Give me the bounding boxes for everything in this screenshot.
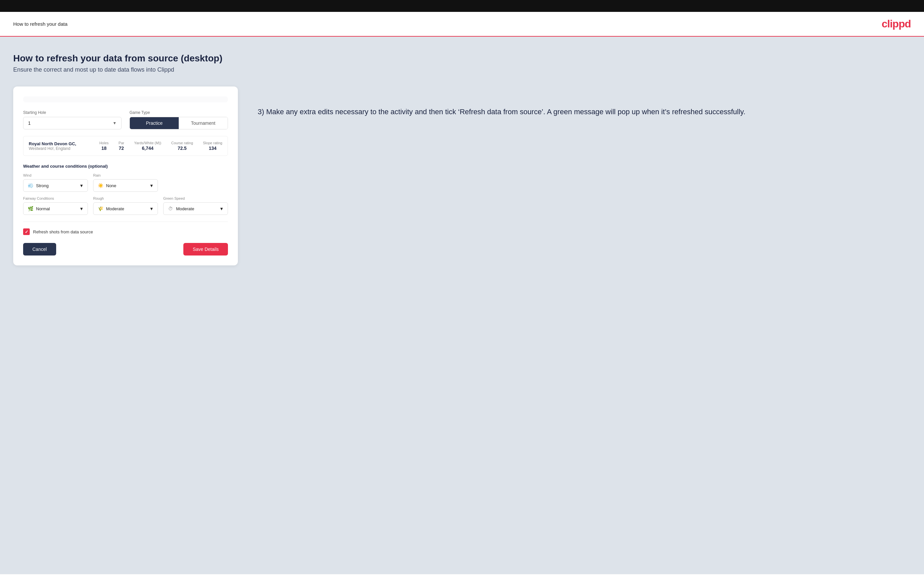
starting-hole-value: 1 [28, 121, 31, 126]
description-panel: 3) Make any extra edits necessary to the… [258, 87, 911, 117]
stat-par: Par 72 [119, 141, 124, 151]
content-area: Starting Hole 1 ▼ Game Type Practice Tou… [13, 87, 911, 265]
game-type-label: Game Type [129, 110, 228, 115]
yards-value: 6,744 [134, 145, 161, 151]
slope-rating-value: 134 [203, 145, 222, 151]
stat-slope-rating: Slope rating 134 [203, 141, 222, 151]
rain-select-left: ☀️ None [97, 182, 116, 189]
par-value: 72 [119, 145, 124, 151]
header: How to refresh your data clippd [0, 12, 924, 37]
starting-hole-group: Starting Hole 1 ▼ [23, 110, 121, 129]
green-speed-select-left: ⏱ Moderate [168, 206, 194, 211]
rain-select[interactable]: ☀️ None ▼ [93, 179, 158, 192]
course-location: Westward Ho!, England [29, 146, 99, 151]
game-type-buttons: Practice Tournament [129, 117, 228, 129]
fairway-icon: 🌿 [27, 206, 33, 211]
top-bar [0, 0, 924, 12]
fairway-label: Fairway Conditions [23, 197, 88, 200]
refresh-label: Refresh shots from data source [33, 229, 93, 234]
course-rating-value: 72.5 [171, 145, 193, 151]
save-button[interactable]: Save Details [183, 243, 228, 256]
slope-rating-label: Slope rating [203, 141, 222, 145]
stat-yards: Yards/White (M)) 6,744 [134, 141, 161, 151]
footer: Copyright Clippd 2022 [0, 574, 924, 577]
wind-select-left: 💨 Strong [27, 182, 48, 189]
green-speed-label: Green Speed [163, 197, 228, 200]
rain-field: Rain ☀️ None ▼ [93, 173, 158, 192]
par-label: Par [119, 141, 124, 145]
rough-value: Moderate [106, 206, 124, 211]
fairway-chevron: ▼ [79, 206, 84, 211]
form-panel: Starting Hole 1 ▼ Game Type Practice Tou… [13, 87, 238, 265]
rough-field: Rough 🌾 Moderate ▼ [93, 197, 158, 215]
rough-icon: 🌾 [97, 206, 103, 211]
page-subheading: Ensure the correct and most up to date d… [13, 66, 911, 73]
holes-label: Holes [99, 141, 109, 145]
course-row: Royal North Devon GC, Westward Ho!, Engl… [23, 136, 228, 156]
top-fields-row: Starting Hole 1 ▼ Game Type Practice Tou… [23, 110, 228, 129]
empty-slot [163, 173, 228, 192]
green-speed-value: Moderate [176, 206, 194, 211]
main-content: How to refresh your data from source (de… [0, 37, 924, 574]
divider [23, 221, 228, 222]
wind-chevron: ▼ [79, 183, 84, 188]
form-panel-top-placeholder [23, 97, 228, 102]
rough-label: Rough [93, 197, 158, 200]
header-title: How to refresh your data [13, 21, 68, 27]
cancel-button[interactable]: Cancel [23, 243, 56, 256]
button-row: Cancel Save Details [23, 243, 228, 256]
fairway-field: Fairway Conditions 🌿 Normal ▼ [23, 197, 88, 215]
wind-icon: 💨 [27, 182, 33, 189]
refresh-row: Refresh shots from data source [23, 229, 228, 235]
starting-hole-chevron: ▼ [113, 121, 116, 126]
green-speed-field: Green Speed ⏱ Moderate ▼ [163, 197, 228, 215]
page-heading: How to refresh your data from source (de… [13, 53, 911, 64]
course-name: Royal North Devon GC, [29, 141, 99, 146]
fairway-rough-green-row: Fairway Conditions 🌿 Normal ▼ Rough 🌾 [23, 197, 228, 215]
green-speed-select[interactable]: ⏱ Moderate ▼ [163, 202, 228, 215]
game-type-group: Game Type Practice Tournament [129, 110, 228, 129]
rough-select[interactable]: 🌾 Moderate ▼ [93, 202, 158, 215]
starting-hole-label: Starting Hole [23, 110, 121, 115]
rain-icon: ☀️ [97, 182, 103, 189]
wind-value: Strong [36, 183, 48, 188]
course-info: Royal North Devon GC, Westward Ho!, Engl… [29, 141, 99, 151]
description-text: 3) Make any extra edits necessary to the… [258, 106, 911, 117]
stat-holes: Holes 18 [99, 141, 109, 151]
rain-value: None [106, 183, 116, 188]
fairway-select-left: 🌿 Normal [27, 206, 50, 211]
rain-label: Rain [93, 173, 158, 177]
rain-chevron: ▼ [149, 183, 153, 188]
course-rating-label: Course rating [171, 141, 193, 145]
rough-chevron: ▼ [149, 206, 153, 211]
starting-hole-select[interactable]: 1 ▼ [23, 117, 121, 129]
wind-select[interactable]: 💨 Strong ▼ [23, 179, 88, 192]
yards-label: Yards/White (M)) [134, 141, 161, 145]
wind-label: Wind [23, 173, 88, 177]
tournament-button[interactable]: Tournament [179, 117, 228, 129]
rough-select-left: 🌾 Moderate [97, 206, 124, 211]
holes-value: 18 [99, 145, 109, 151]
refresh-checkbox[interactable] [23, 229, 30, 235]
fairway-select[interactable]: 🌿 Normal ▼ [23, 202, 88, 215]
logo: clippd [882, 18, 911, 30]
fairway-value: Normal [36, 206, 50, 211]
wind-rain-row: Wind 💨 Strong ▼ Rain ☀️ None [23, 173, 228, 192]
wind-field: Wind 💨 Strong ▼ [23, 173, 88, 192]
practice-button[interactable]: Practice [130, 117, 179, 129]
green-speed-chevron: ▼ [220, 206, 224, 211]
stat-course-rating: Course rating 72.5 [171, 141, 193, 151]
green-speed-icon: ⏱ [168, 206, 173, 211]
conditions-title: Weather and course conditions (optional) [23, 164, 228, 169]
course-stats: Holes 18 Par 72 Yards/White (M)) 6,744 C… [99, 141, 222, 151]
